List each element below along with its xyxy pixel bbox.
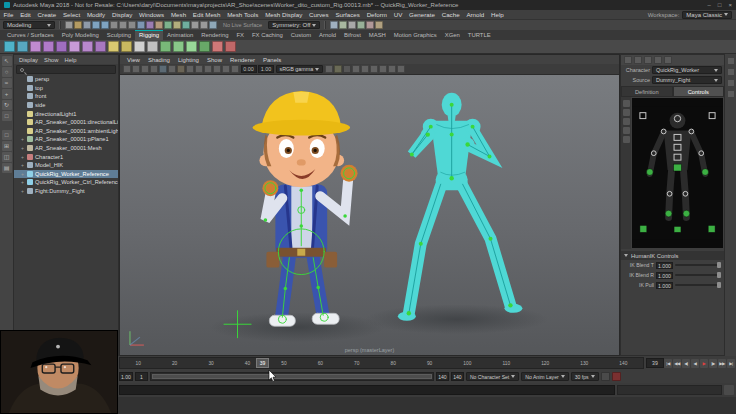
wrap-deformer-icon[interactable]: [199, 41, 210, 52]
depth-of-field-icon[interactable]: [379, 65, 387, 73]
select-tool-icon[interactable]: ↖: [2, 56, 12, 66]
outliner-menu-display[interactable]: Display: [16, 57, 41, 63]
tool-settings-icon[interactable]: [727, 79, 735, 87]
snap-curve-icon[interactable]: [146, 21, 154, 29]
playback-start-field[interactable]: 1: [135, 372, 148, 381]
shelf-tab-motion-graphics[interactable]: Motion Graphics: [390, 31, 441, 40]
skeleton-joint-icon[interactable]: [30, 41, 41, 52]
fps-dropdown[interactable]: 30 fps: [571, 372, 599, 381]
menu-set-dropdown[interactable]: Modeling: [3, 21, 55, 29]
scale-tool-icon[interactable]: □: [2, 111, 12, 121]
command-result-field[interactable]: [617, 385, 722, 395]
render-current-frame-icon[interactable]: [330, 21, 338, 29]
shelf-tab-fx-caching[interactable]: FX Caching: [248, 31, 287, 40]
full-body-mode-icon[interactable]: [623, 118, 630, 125]
move-tool-icon[interactable]: +: [2, 89, 12, 99]
modeling-toolkit-icon[interactable]: [727, 90, 735, 98]
select-object-icon[interactable]: [119, 21, 127, 29]
exposure-field[interactable]: 0.00: [241, 65, 257, 73]
menu-surfaces[interactable]: Surfaces: [332, 10, 363, 20]
set-key-icon[interactable]: [601, 372, 610, 381]
viewport-menu-show[interactable]: Show: [203, 57, 226, 63]
ik-spline-icon[interactable]: [56, 41, 67, 52]
grease-pencil-icon[interactable]: [177, 65, 185, 73]
insert-joint-icon[interactable]: [69, 41, 80, 52]
minimize-button[interactable]: –: [708, 0, 711, 10]
lasso-tool-icon[interactable]: ○: [2, 67, 12, 77]
motion-blur-icon[interactable]: [361, 65, 369, 73]
viewport-canvas[interactable]: persp (masterLayer): [120, 75, 619, 355]
body-part-selector[interactable]: [632, 98, 723, 248]
new-scene-icon[interactable]: [65, 21, 73, 29]
undo-icon[interactable]: [92, 21, 100, 29]
outliner-item[interactable]: front: [14, 92, 118, 101]
make-live-icon[interactable]: [182, 21, 190, 29]
shelf-tab-poly-modeling[interactable]: Poly Modeling: [58, 31, 103, 40]
viewport-menu-renderer[interactable]: Renderer: [226, 57, 259, 63]
slider-value-field[interactable]: 1.000: [656, 272, 673, 279]
maximize-button[interactable]: □: [718, 0, 722, 10]
shelf-tab-xgen[interactable]: XGen: [441, 31, 464, 40]
outliner-search-field[interactable]: [16, 65, 116, 74]
rotate-tool-icon[interactable]: ↻: [2, 100, 12, 110]
shadows-icon[interactable]: [343, 65, 351, 73]
expand-toggle-icon[interactable]: +: [20, 144, 25, 152]
outliner-item[interactable]: + QuickRig_Worker_Ctrl_Reference: [14, 178, 118, 187]
slider-track[interactable]: [675, 264, 721, 266]
shelf-tab-animation[interactable]: Animation: [163, 31, 197, 40]
menu-edit[interactable]: Edit: [17, 10, 34, 20]
character-set-dropdown[interactable]: No Character Set: [466, 372, 519, 381]
mel-input[interactable]: [119, 385, 615, 395]
snap-view-plane-icon[interactable]: [173, 21, 181, 29]
play-forwards-button[interactable]: ▶: [700, 359, 708, 368]
range-slider[interactable]: [150, 372, 434, 381]
outliner-item[interactable]: + AR_Sneaker_00001:Mesh: [14, 144, 118, 153]
symmetry-dropdown[interactable]: Symmetry: Off: [268, 21, 320, 29]
workspace-dropdown[interactable]: Maya Classic: [682, 11, 732, 19]
go-to-end-button[interactable]: ▶|: [727, 359, 735, 368]
menu-display[interactable]: Display: [109, 10, 136, 20]
hik-menu-icon[interactable]: [624, 56, 632, 64]
outliner-item[interactable]: AR_Sneaker_00001:ambientLight1: [14, 127, 118, 136]
expand-toggle-icon[interactable]: +: [20, 178, 25, 186]
slider-track[interactable]: [675, 284, 721, 286]
menu-mesh[interactable]: Mesh: [168, 10, 190, 20]
pose-editor-icon[interactable]: [225, 41, 236, 52]
humanik-controls-section[interactable]: HumanIK Controls: [621, 251, 724, 260]
outliner-menu-help[interactable]: Help: [62, 57, 80, 63]
menu-curves[interactable]: Curves: [306, 10, 332, 20]
snap-projected-center-icon[interactable]: [164, 21, 172, 29]
safe-action-icon[interactable]: [231, 65, 239, 73]
gamma-field[interactable]: 1.00: [258, 65, 274, 73]
shelf-tab-turtle[interactable]: TURTLE: [464, 31, 495, 40]
close-button[interactable]: ×: [728, 0, 732, 10]
range-slider-bar[interactable]: [152, 374, 432, 379]
current-time-indicator[interactable]: 39: [256, 358, 269, 368]
shelf-tab-fx[interactable]: FX: [232, 31, 248, 40]
outliner-item[interactable]: + AR_Sneaker_00001:pPlane1: [14, 135, 118, 144]
snap-point-icon[interactable]: [155, 21, 163, 29]
menu-windows[interactable]: Windows: [136, 10, 168, 20]
menu-select[interactable]: Select: [60, 10, 84, 20]
menu-cache[interactable]: Cache: [438, 10, 463, 20]
shelf-tab-custom[interactable]: Custom: [287, 31, 315, 40]
slider-value-field[interactable]: 1.000: [656, 262, 673, 269]
expand-toggle-icon[interactable]: +: [20, 161, 25, 169]
quick-rig-icon[interactable]: [4, 41, 15, 52]
outliner-item[interactable]: AR_Sneaker_00001:directionalLight1: [14, 118, 118, 127]
viewport-menu-panels[interactable]: Panels: [259, 57, 285, 63]
single-pane-layout-icon[interactable]: □: [2, 130, 12, 140]
select-camera-icon[interactable]: [123, 65, 131, 73]
channel-box-icon[interactable]: [727, 57, 735, 65]
four-pane-layout-icon[interactable]: ⊞: [2, 141, 12, 151]
pin-icon[interactable]: [664, 56, 672, 64]
step-back-button[interactable]: ◀|: [682, 359, 690, 368]
shelf-tab-arnold[interactable]: Arnold: [315, 31, 340, 40]
control-curve-icon[interactable]: [212, 41, 223, 52]
unbind-skin-icon[interactable]: [121, 41, 132, 52]
shelf-tab-rendering[interactable]: Rendering: [197, 31, 232, 40]
shelf-tab-bifrost[interactable]: Bifrost: [340, 31, 365, 40]
tab-controls[interactable]: Controls: [673, 86, 725, 97]
save-scene-icon[interactable]: [83, 21, 91, 29]
menu-edit-mesh[interactable]: Edit Mesh: [189, 10, 223, 20]
